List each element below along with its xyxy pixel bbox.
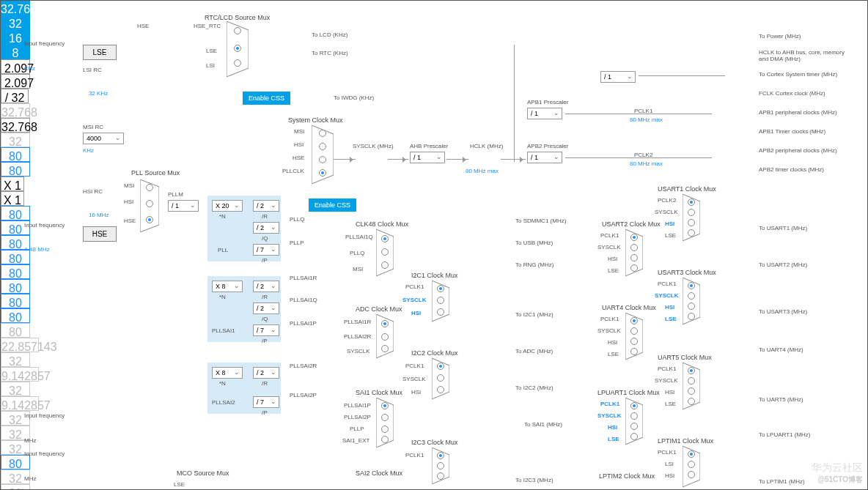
- lptim1-title: LPTIM1 Clock Mux: [658, 437, 713, 445]
- hse-rtc-lbl: HSE_RTC: [194, 23, 221, 29]
- pllsrc-hsi-radio[interactable]: [146, 200, 153, 207]
- pll-q[interactable]: / 2: [253, 222, 279, 234]
- lpuart1-lbl: To LPUART1 (MHz): [759, 431, 811, 438]
- pllsrc-msi-radio[interactable]: [146, 184, 153, 191]
- adc-mux[interactable]: [376, 314, 394, 358]
- i2c1-title: I2C1 Clock Mux: [411, 272, 458, 279]
- usart2-mux[interactable]: [625, 229, 643, 276]
- pllm-value[interactable]: / 1: [168, 200, 199, 212]
- rtc-label: To RTC (KHz): [312, 50, 348, 56]
- pll-name: PLL: [218, 247, 228, 253]
- rtc-lsi-lbl: LSI: [206, 62, 215, 69]
- i2c3-in1: PCLK1: [405, 452, 424, 459]
- hse-freq-value[interactable]: 8: [1, 45, 30, 59]
- u5-pclk1: PCLK1: [658, 365, 676, 372]
- i2c3-mux[interactable]: [432, 448, 449, 484]
- lp1-lse: LSE: [608, 436, 619, 442]
- usart3-title: USART3 Clock Mux: [658, 269, 716, 276]
- pllsai2r-lbl: PLLSAI2R: [290, 363, 317, 369]
- lcd-value: 32.768: [1, 103, 30, 118]
- out-apb2p-value: 80: [1, 294, 30, 308]
- apb1-label: APB1 Prescaler: [527, 99, 568, 105]
- uart4-mux[interactable]: [625, 313, 643, 360]
- i2c1-mux[interactable]: [432, 281, 449, 322]
- usart2-lbl: To USART2 (MHz): [759, 261, 807, 268]
- msi-value[interactable]: 4000: [83, 133, 124, 144]
- pllsai1-n[interactable]: X 8: [212, 281, 243, 292]
- enable-css-rtc-button[interactable]: Enable CSS: [243, 92, 290, 105]
- rtc-mux-lse-radio[interactable]: [234, 45, 241, 52]
- u3-pclk1: PCLK1: [658, 281, 676, 287]
- adc-in1: PLLSAI1R: [344, 319, 371, 325]
- enable-css-sys-button[interactable]: Enable CSS: [309, 198, 356, 212]
- out-power-value: 80: [1, 206, 30, 220]
- pll-n[interactable]: X 20: [212, 200, 243, 212]
- rtc-mux-lsi-radio[interactable]: [234, 59, 241, 67]
- usart2-title: USART2 Clock Mux: [602, 220, 661, 228]
- u5-lse: LSE: [665, 401, 676, 407]
- pllsrc-hsi: HSI: [124, 198, 133, 205]
- sai2-title: SAI2 Clock Mux: [356, 469, 402, 477]
- pllsrc-mux[interactable]: [140, 179, 159, 232]
- cortex-prescaler[interactable]: / 1: [600, 71, 636, 83]
- sysclk-value[interactable]: 80: [1, 147, 30, 162]
- pllsai2-n-lbl: *N: [219, 380, 226, 387]
- sai1-in2: PLLSAI2P: [344, 414, 371, 420]
- ext2-value[interactable]: 2.097: [1, 74, 30, 89]
- pllsai1-q[interactable]: / 2: [253, 302, 279, 314]
- u1-lse: LSE: [665, 232, 676, 239]
- rtc-mux-hse-radio[interactable]: [234, 27, 241, 34]
- pllsai1-name: PLLSAI1: [212, 327, 235, 334]
- pclk2-max: 80 MHz max: [630, 160, 663, 167]
- out-apb2t-value: 80: [1, 308, 30, 323]
- pllsai2-n[interactable]: X 8: [212, 367, 243, 379]
- apb2-prescaler[interactable]: / 1: [527, 152, 562, 163]
- adc-title: ADC Clock Mux: [356, 305, 402, 313]
- pllsai1-p-lbl: /P: [262, 338, 268, 344]
- sys-pll-radio[interactable]: [319, 169, 326, 177]
- sai1-mux[interactable]: [376, 398, 394, 448]
- ahb-prescaler-label: AHB Prescaler: [410, 143, 448, 149]
- pllsai1-p[interactable]: / 7: [253, 324, 279, 336]
- lse-unit: KHz: [24, 65, 35, 72]
- sys-hsi-radio[interactable]: [319, 143, 326, 150]
- sys-msi-radio[interactable]: [319, 130, 326, 137]
- pllsai1-q-lbl: /Q: [262, 316, 268, 322]
- pllsai1-r[interactable]: / 2: [253, 281, 279, 292]
- pllsai2-p[interactable]: / 7: [253, 396, 279, 408]
- pll-n-lbl: *N: [219, 213, 226, 220]
- pllsai1p-lbl: PLLSAI1P: [290, 320, 317, 327]
- lpuart1-mux[interactable]: [625, 398, 643, 445]
- u2-hsi: HSI: [608, 256, 617, 262]
- iwdg-value: 32: [1, 133, 30, 147]
- sysclk-mux[interactable]: [312, 125, 334, 184]
- ahb-prescaler[interactable]: / 1: [410, 152, 445, 163]
- mco-lse: LSE: [174, 481, 185, 488]
- clk48-mux[interactable]: [376, 229, 394, 276]
- usart1-mux[interactable]: [683, 194, 700, 241]
- hclk-value[interactable]: 80: [1, 162, 30, 177]
- u1-sysclk: SYSCLK: [655, 209, 678, 215]
- pllsrc-hse-radio[interactable]: [146, 216, 153, 223]
- uart5-title: UART5 Clock Mux: [658, 354, 712, 361]
- rtc-mux[interactable]: [227, 21, 249, 77]
- pll-p[interactable]: / 7: [253, 244, 279, 256]
- i2c2-mux[interactable]: [432, 358, 449, 399]
- hse-to-rtc-lbl: HSE: [137, 23, 149, 29]
- usart3-mux[interactable]: [683, 278, 700, 324]
- lse-freq-value[interactable]: 32.768: [1, 1, 30, 15]
- uart5-mux[interactable]: [683, 363, 700, 409]
- lptim1-mux[interactable]: [683, 446, 700, 487]
- out-cortex-label: To Cortex System timer (MHz): [759, 71, 837, 78]
- u1-pclk2: PCLK2: [658, 197, 676, 204]
- clk48-in1: PLLSAI1Q: [345, 234, 373, 240]
- pll-r[interactable]: / 2: [253, 200, 279, 212]
- sys-hse-radio[interactable]: [319, 156, 326, 163]
- lcd-label: To LCD (KHz): [312, 31, 347, 38]
- i2c2-in1: PCLK1: [405, 363, 424, 369]
- lptim1-lbl: To LPTIM1 (MHz): [759, 478, 805, 485]
- apb1-prescaler[interactable]: / 1: [527, 108, 562, 119]
- pllsai2-r[interactable]: / 2: [253, 367, 279, 379]
- sai1-in4: SAI1_EXT: [342, 437, 369, 444]
- uart4-title: UART4 Clock Mux: [602, 304, 656, 311]
